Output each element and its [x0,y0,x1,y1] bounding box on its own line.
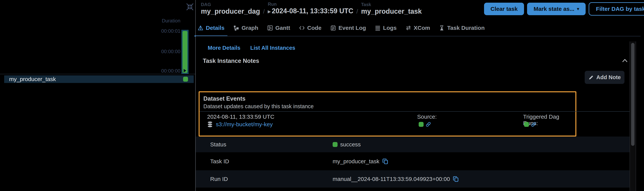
dataset-uri-link[interactable]: s3://my-bucket/my-key [216,121,273,128]
duration-tick-1: 00:00:01 [133,28,180,34]
tab-xcom[interactable]: XCom [402,20,433,36]
dataset-events-card: Dataset Events Dataset updates caused by… [198,91,576,136]
dataset-events-title: Dataset Events [203,95,246,102]
dataset-table-divider [200,111,630,112]
header-actions: Clear task Mark state as... ▾ Filter DAG… [484,2,644,16]
filter-dag-by-task-button[interactable]: Filter DAG by task ▾ [589,2,644,16]
run-type-play-icon: ▸ [268,8,271,15]
source-run-status-square [419,122,424,127]
add-note-button[interactable]: Add Note [585,71,624,84]
table-row-status: Status success [196,136,630,152]
tab-code[interactable]: Code [296,20,324,36]
event-log-icon [330,25,336,31]
clear-task-button[interactable]: Clear task [484,3,524,15]
airflow-task-instance-page: Duration 00:00:01 00:00:00 00:00:00 my_p… [0,0,644,191]
manual-run-triangle-icon [184,69,186,72]
tab-graph[interactable]: Graph [230,20,261,36]
gantt-icon [267,25,273,31]
dataset-events-subtitle: Dataset updates caused by this task inst… [203,103,314,110]
caret-down-icon: ▾ [577,7,579,11]
task-id-value: my_producer_task [332,158,380,165]
code-icon [299,25,305,31]
table-row-task-id: Task ID my_producer_task [196,152,630,170]
grid-axis-divider [0,74,195,74]
dataset-event-timestamp: 2024-08-11, 13:33:59 UTC [207,114,274,120]
breadcrumb-task-label: Task [361,2,422,7]
tab-logs[interactable]: Logs [372,20,400,36]
task-row-my-producer-task[interactable]: my_producer_task [4,75,194,83]
tab-task-duration[interactable]: Task Duration [436,20,488,36]
collapse-panel-icon[interactable] [186,3,194,11]
breadcrumb-dag-label: DAG [201,2,260,7]
task-row-label: my_producer_task [9,76,56,82]
task-status-square [183,77,188,82]
task-id-label: Task ID [210,158,229,165]
collapse-notes-chevron-up-icon[interactable] [622,58,628,63]
detail-links: More Details List All Instances [208,45,295,51]
status-success-square [332,142,338,147]
hourglass-icon [439,25,445,31]
run-id-value: manual__2024-08-11T13:33:59.049923+00:00 [332,176,450,182]
breadcrumb-separator: / [356,7,358,16]
link-icon[interactable] [531,121,536,127]
duration-axis-title: Duration [150,18,180,24]
run-id-label: Run ID [210,176,228,182]
logs-icon [375,25,381,31]
duration-bar[interactable] [182,31,188,73]
breadcrumb-run-value[interactable]: ▸2024-08-11, 13:33:59 UTC [268,7,353,16]
tab-event-log[interactable]: Event Log [327,20,369,36]
duration-tick-2: 00:00:00 [133,49,180,55]
source-run-cell [419,121,431,127]
breadcrumb: DAG my_producer_dag / Run ▸2024-08-11, 1… [201,2,422,16]
triggered-run-status-square [524,122,529,127]
database-icon [207,121,213,128]
task-instance-notes-title: Task Instance Notes [203,58,259,64]
more-details-link[interactable]: More Details [208,45,240,51]
tab-details[interactable]: Details [194,20,228,36]
mark-state-button[interactable]: Mark state as... ▾ [527,3,586,15]
breadcrumb-task-value[interactable]: my_producer_task [361,7,422,16]
triggered-run-cell [524,121,536,127]
tabs-bottom-border [196,36,640,37]
grid-panel: Duration 00:00:01 00:00:00 00:00:00 my_p… [0,0,195,191]
graph-icon [233,25,239,31]
copy-icon[interactable] [452,176,459,182]
source-column-header: Source: [417,114,437,120]
details-icon [198,25,204,31]
table-row-run-id: Run ID manual__2024-08-11T13:33:59.04992… [196,170,630,187]
pencil-icon [588,75,594,80]
breadcrumb-run-label: Run [268,2,353,7]
xcom-icon [406,25,412,31]
vertical-scrollbar-thumb[interactable] [631,43,634,146]
copy-icon[interactable] [382,158,388,165]
list-all-instances-link[interactable]: List All Instances [250,45,295,51]
status-value: success [340,141,361,148]
tab-bar: Details Graph Gantt Code [194,20,488,36]
status-label: Status [210,141,226,148]
tab-gantt[interactable]: Gantt [264,20,293,36]
link-icon[interactable] [426,121,431,127]
breadcrumb-dag-value[interactable]: my_producer_dag [201,7,260,16]
duration-tick-3: 00:00:00 [133,68,180,74]
breadcrumb-separator: / [263,7,265,16]
